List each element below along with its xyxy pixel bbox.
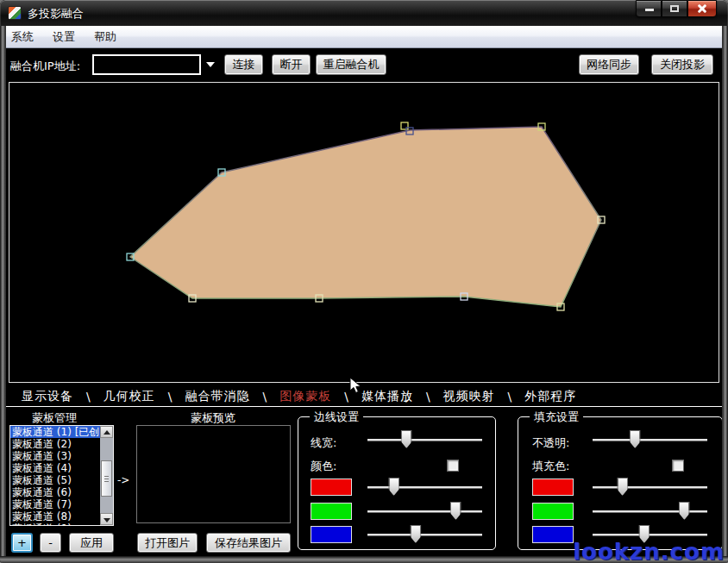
- tab-6[interactable]: 视频映射: [442, 389, 497, 404]
- tab-1[interactable]: 显示设备: [20, 389, 75, 404]
- disconnect-button[interactable]: 断开: [272, 54, 311, 75]
- fill-color-checkbox[interactable]: [672, 460, 684, 472]
- slider-track[interactable]: [367, 439, 482, 441]
- mask-management-title: 蒙板管理: [32, 410, 77, 426]
- opacity-label: 不透明:: [532, 435, 569, 451]
- title-bar[interactable]: 多投影融合: [0, 0, 728, 26]
- control-point-handle[interactable]: [401, 122, 408, 129]
- app-icon: [8, 6, 22, 20]
- ip-address-input[interactable]: [92, 54, 201, 75]
- menu-item-2[interactable]: 设置: [53, 29, 75, 45]
- tab-separator: \: [86, 390, 91, 403]
- menu-item-1[interactable]: 系统: [11, 29, 34, 45]
- window-frame-left: [0, 26, 6, 563]
- menu-item-3[interactable]: 帮助: [94, 29, 116, 45]
- list-scrollbar[interactable]: [100, 426, 113, 525]
- close-button[interactable]: [687, 0, 717, 17]
- add-channel-button[interactable]: +: [11, 533, 33, 553]
- tab-separator: \: [426, 390, 430, 403]
- edge-settings-group: 边线设置 线宽: 颜色:: [298, 416, 496, 550]
- projection-canvas[interactable]: [9, 82, 719, 383]
- edge-green-slider[interactable]: [367, 501, 482, 522]
- slider-thumb[interactable]: [679, 502, 690, 520]
- restart-fusion-button[interactable]: 重启融合机: [316, 54, 386, 75]
- remove-channel-button[interactable]: -: [40, 533, 61, 553]
- mask-channel-listbox: 蒙板通道 (1) [已创蒙板通道 (2)蒙板通道 (3)蒙板通道 (4)蒙板通道…: [9, 425, 114, 526]
- ip-address-label: 融合机IP地址:: [10, 59, 80, 74]
- slider-thumb[interactable]: [450, 502, 461, 520]
- list-item[interactable]: 蒙板通道 (7): [10, 498, 100, 510]
- fill-settings-title: 填充设置: [530, 410, 583, 425]
- maximize-button[interactable]: [662, 0, 687, 17]
- mask-polygon-svg: [9, 83, 719, 382]
- apply-button[interactable]: 应用: [69, 533, 114, 553]
- menu-bar: 系统设置帮助: [3, 26, 725, 48]
- tab-separator: \: [344, 390, 348, 403]
- slider-thumb[interactable]: [617, 478, 628, 496]
- fill-green-slider[interactable]: [593, 501, 707, 522]
- edge-red-slider[interactable]: [367, 477, 482, 497]
- scroll-down-button[interactable]: [100, 513, 113, 525]
- slider-track[interactable]: [593, 534, 707, 536]
- fill-red-slider[interactable]: [593, 477, 707, 497]
- slider-thumb[interactable]: [630, 430, 641, 448]
- opacity-slider[interactable]: [593, 429, 707, 450]
- mask-preview-box: [136, 425, 291, 523]
- slider-track[interactable]: [593, 486, 707, 489]
- scroll-up-button[interactable]: [100, 426, 113, 438]
- list-item[interactable]: 蒙板通道 (5): [10, 474, 100, 486]
- fill-blue-swatch: [532, 526, 574, 543]
- network-sync-button[interactable]: 网络同步: [579, 54, 639, 75]
- watermark: lookzn.com: [573, 539, 725, 563]
- slider-thumb[interactable]: [410, 525, 421, 543]
- tab-2[interactable]: 几何校正: [102, 389, 157, 404]
- ip-address-combobox[interactable]: [92, 54, 218, 75]
- close-projection-button[interactable]: 关闭投影: [651, 54, 713, 75]
- slider-thumb[interactable]: [388, 478, 399, 496]
- slider-thumb[interactable]: [401, 430, 412, 448]
- list-item[interactable]: 蒙板通道 (3): [10, 450, 100, 462]
- edge-color-checkbox[interactable]: [447, 460, 459, 472]
- scroll-down-icon: [104, 518, 110, 522]
- scroll-up-icon: [104, 430, 110, 435]
- tab-separator: \: [262, 390, 267, 403]
- edge-color-label: 颜色:: [311, 459, 336, 474]
- save-result-button[interactable]: 保存结果图片: [206, 533, 291, 553]
- maximize-icon: [670, 5, 679, 12]
- tab-separator: \: [508, 390, 512, 403]
- list-item[interactable]: 蒙板通道 (9): [10, 522, 100, 525]
- close-icon: [688, 1, 716, 16]
- list-item[interactable]: 蒙板通道 (1) [已创: [10, 426, 100, 438]
- list-item[interactable]: 蒙板通道 (2): [10, 438, 100, 450]
- slider-track[interactable]: [367, 510, 482, 513]
- scroll-thumb[interactable]: [101, 460, 112, 497]
- toolbar: 融合机IP地址: 连接 断开 重启融合机 网络同步 关闭投影: [6, 49, 722, 81]
- list-item[interactable]: 蒙板通道 (8): [10, 510, 100, 522]
- combo-dropdown-button[interactable]: [203, 54, 218, 75]
- tab-4[interactable]: 图像蒙板: [278, 389, 333, 404]
- fill-settings-group: 填充设置 不透明: 填充色:: [518, 416, 723, 550]
- mask-polygon[interactable]: [130, 127, 601, 307]
- line-width-slider[interactable]: [367, 429, 482, 450]
- open-image-button[interactable]: 打开图片: [137, 533, 198, 553]
- list-item[interactable]: 蒙板通道 (6): [10, 486, 100, 498]
- arrow-label: ->: [117, 474, 129, 486]
- window-title: 多投影融合: [28, 6, 84, 22]
- slider-track[interactable]: [367, 534, 482, 536]
- edge-blue-slider[interactable]: [367, 524, 482, 545]
- connect-button[interactable]: 连接: [224, 54, 263, 75]
- tab-5[interactable]: 媒体播放: [360, 389, 415, 404]
- slider-track[interactable]: [593, 439, 707, 441]
- chevron-down-icon: [206, 62, 215, 67]
- minimize-button[interactable]: [636, 0, 662, 17]
- tab-7[interactable]: 外部程序: [523, 389, 578, 404]
- tab-3[interactable]: 融合带消隐: [183, 389, 251, 404]
- fill-green-swatch: [532, 503, 574, 520]
- slider-track[interactable]: [367, 486, 482, 489]
- slider-track[interactable]: [593, 510, 707, 513]
- window-frame-right: [722, 26, 728, 563]
- list-item[interactable]: 蒙板通道 (4): [10, 462, 100, 474]
- fill-color-label: 填充色:: [532, 459, 569, 474]
- window-controls: [636, 0, 717, 17]
- edge-blue-swatch: [311, 526, 352, 543]
